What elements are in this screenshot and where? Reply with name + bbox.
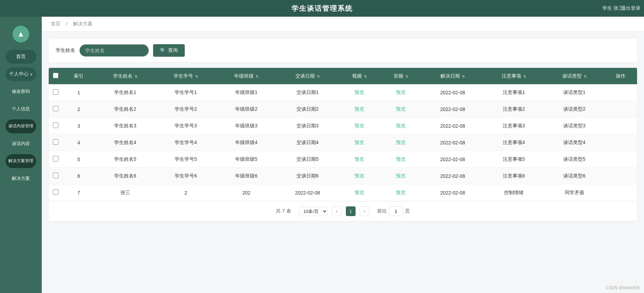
row-talk-date: 交谈日期5 [277, 151, 338, 168]
table-row: 6 学生姓名6 学生学号6 年级班级6 交谈日期6 预览 预览 2022-02-… [49, 168, 637, 184]
th-talk-type[interactable]: 谈话类型 ⇅ [544, 68, 605, 84]
row-grade-class: 年级班级1 [216, 84, 277, 101]
row-grade-class: 年级班级4 [216, 134, 277, 151]
row-action [605, 84, 637, 101]
prev-page-button[interactable]: ‹ [332, 206, 342, 216]
row-student-id: 学生学号6 [156, 168, 216, 184]
search-icon: 🔍 [160, 48, 166, 53]
row-talk-type: 谈话类型5 [544, 151, 605, 168]
sort-arrows-student-name: ⇅ [135, 74, 137, 78]
sidebar-item-solution[interactable]: 解决方案 [6, 172, 36, 185]
breadcrumb: 首页 / 解决方案 [42, 17, 644, 32]
page-size-select[interactable]: 10条/页 20条/页 50条/页 [299, 207, 328, 216]
row-action [605, 134, 637, 151]
audio-preview-link[interactable]: 预览 [396, 173, 406, 179]
content-area: 学生姓名 🔍 查询 索引 学生姓名 ⇅ [42, 32, 644, 293]
th-grade-class[interactable]: 年级班级 ⇅ [216, 68, 277, 84]
row-audio: 预览 [380, 118, 422, 134]
row-action [605, 168, 637, 184]
row-talk-date: 2022-02-08 [277, 184, 338, 201]
next-page-button[interactable]: › [360, 206, 369, 216]
user-label: 学生 张三 [602, 5, 623, 11]
sidebar-item-personal-info[interactable]: 个人信息 [6, 102, 36, 116]
main-layout: ▲ 首页 个人中心 ∨ 修改密码 个人信息 谈话内容管理 谈话内容 解决方案管理… [0, 17, 644, 293]
table-row: 1 学生姓名1 学生学号1 年级班级1 交谈日期1 预览 预览 2022-02-… [49, 84, 637, 101]
row-audio: 预览 [380, 134, 422, 151]
row-video: 预览 [339, 151, 380, 168]
current-page: 1 [346, 206, 356, 216]
th-checkbox [49, 68, 63, 84]
row-checkbox[interactable] [53, 173, 58, 178]
row-checkbox[interactable] [53, 106, 58, 111]
audio-preview-link[interactable]: 预览 [396, 89, 406, 95]
th-video[interactable]: 视频 ⇅ [339, 68, 380, 84]
video-preview-link[interactable]: 预览 [355, 89, 364, 95]
row-student-id: 2 [156, 184, 216, 201]
row-audio: 预览 [380, 151, 422, 168]
video-preview-link[interactable]: 预览 [355, 156, 364, 162]
th-solve-date[interactable]: 解决日期 ⇅ [422, 68, 483, 84]
sidebar-item-home[interactable]: 首页 [6, 50, 36, 64]
row-student-name: 学生姓名3 [95, 118, 156, 134]
row-action [605, 101, 637, 118]
row-video: 预览 [339, 184, 380, 201]
sidebar-item-talk-content[interactable]: 谈话内容 [6, 137, 36, 151]
search-button[interactable]: 🔍 查询 [153, 44, 185, 57]
row-grade-class: 年级班级2 [216, 101, 277, 118]
row-index: 5 [63, 151, 95, 168]
top-header: 学生谈话管理系统 学生 张三 退出登录 [0, 0, 644, 17]
row-checkbox[interactable] [53, 156, 58, 161]
row-checkbox-cell [49, 168, 63, 184]
app-title: 学生谈话管理系统 [292, 4, 353, 13]
sidebar-item-change-password[interactable]: 修改密码 [6, 85, 36, 98]
audio-preview-link[interactable]: 预览 [396, 123, 406, 128]
row-student-id: 学生学号5 [156, 151, 216, 168]
row-notes: 注意事项3 [484, 118, 544, 134]
main-content: 首页 / 解决方案 学生姓名 🔍 查询 [42, 17, 644, 293]
row-checkbox[interactable] [53, 89, 58, 95]
row-index: 7 [63, 184, 95, 201]
search-bar: 学生姓名 🔍 查询 [49, 39, 637, 62]
video-preview-link[interactable]: 预览 [355, 106, 364, 112]
th-talk-date[interactable]: 交谈日期 ⇅ [277, 68, 338, 84]
row-checkbox[interactable] [53, 122, 58, 128]
sidebar-logo: ▲ [6, 24, 36, 45]
row-checkbox[interactable] [53, 139, 58, 145]
audio-preview-link[interactable]: 预览 [396, 140, 406, 145]
row-talk-date: 交谈日期6 [277, 168, 338, 184]
logout-button[interactable]: 退出登录 [621, 5, 641, 11]
video-preview-link[interactable]: 预览 [355, 173, 364, 179]
table-row: 4 学生姓名4 学生学号4 年级班级4 交谈日期4 预览 预览 2022-02-… [49, 134, 637, 151]
row-student-name: 学生姓名4 [95, 134, 156, 151]
goto-input[interactable] [389, 206, 403, 216]
row-student-id: 学生学号2 [156, 101, 216, 118]
th-student-name[interactable]: 学生姓名 ⇅ [95, 68, 156, 84]
audio-preview-link[interactable]: 预览 [396, 156, 406, 162]
sidebar-item-talk-management[interactable]: 谈话内容管理 [6, 119, 36, 133]
select-all-checkbox[interactable] [53, 73, 58, 78]
video-preview-link[interactable]: 预览 [355, 123, 364, 128]
row-talk-type: 谈话类型1 [544, 84, 605, 101]
th-notes[interactable]: 注意事项 ⇅ [484, 68, 544, 84]
audio-preview-link[interactable]: 预览 [396, 106, 406, 112]
sidebar-item-personal-center[interactable]: 个人中心 ∨ [6, 67, 36, 81]
table-row: 5 学生姓名5 学生学号5 年级班级5 交谈日期5 预览 预览 2022-02-… [49, 151, 637, 168]
search-label: 学生姓名 [56, 47, 75, 54]
sort-arrows-grade-class: ⇅ [256, 74, 259, 78]
th-audio[interactable]: 音频 ⇅ [380, 68, 422, 84]
video-preview-link[interactable]: 预览 [355, 190, 364, 195]
row-video: 预览 [339, 101, 380, 118]
sidebar-item-solution-management[interactable]: 解决方案管理 [6, 154, 36, 168]
row-checkbox[interactable] [53, 189, 58, 195]
data-table: 索引 学生姓名 ⇅ 学生学号 ⇅ 年级班级 ⇅ 交谈日期 ⇅ 视频 ⇅ 音频 ⇅… [49, 68, 637, 201]
row-student-id: 学生学号3 [156, 118, 216, 134]
search-input[interactable] [79, 44, 149, 57]
audio-preview-link[interactable]: 预览 [396, 190, 406, 195]
row-index: 6 [63, 168, 95, 184]
row-student-name: 学生姓名1 [95, 84, 156, 101]
video-preview-link[interactable]: 预览 [355, 140, 364, 145]
sort-arrows-talk-type: ⇅ [584, 74, 587, 78]
th-student-id[interactable]: 学生学号 ⇅ [156, 68, 216, 84]
row-checkbox-cell [49, 134, 63, 151]
table-row: 3 学生姓名3 学生学号3 年级班级3 交谈日期3 预览 预览 2022-02-… [49, 118, 637, 134]
